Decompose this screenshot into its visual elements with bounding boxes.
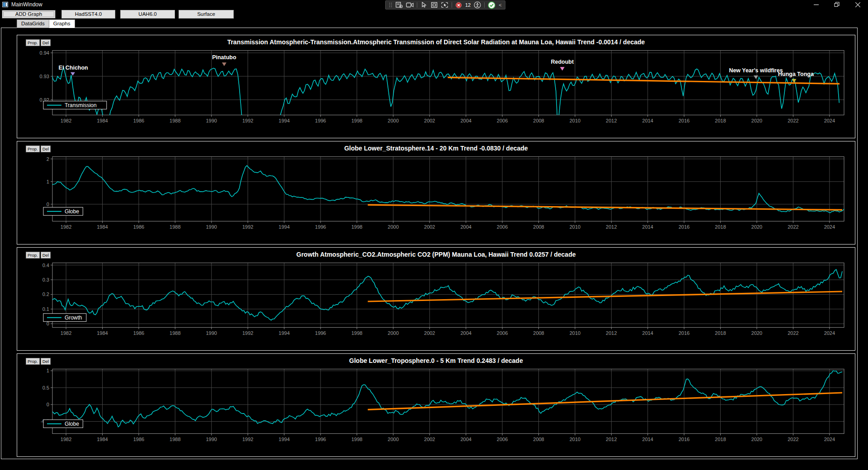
x-tick-label: 2002 xyxy=(424,330,435,336)
close-button[interactable] xyxy=(847,0,868,9)
x-tick-label: 2024 xyxy=(824,224,835,230)
x-tick-label: 1998 xyxy=(351,437,362,442)
x-tick-label: 1984 xyxy=(97,224,108,230)
delete-button[interactable]: Del xyxy=(41,146,51,152)
x-tick-label: 1994 xyxy=(278,437,289,442)
app-icon xyxy=(2,2,8,7)
x-tick-label: 2016 xyxy=(679,118,689,123)
record-settings-icon[interactable] xyxy=(396,2,403,8)
tab-datagrids[interactable]: DataGrids xyxy=(17,19,49,28)
x-tick-label: 2014 xyxy=(642,437,653,442)
series-line xyxy=(52,269,842,320)
x-tick-label: 2000 xyxy=(388,330,399,336)
x-tick-label: 2008 xyxy=(533,437,544,442)
window-title: MainWindow xyxy=(11,1,42,8)
x-tick-label: 1996 xyxy=(315,437,326,442)
delete-button[interactable]: Del xyxy=(41,39,51,46)
plot-border xyxy=(52,157,844,221)
x-tick-label: 2006 xyxy=(497,330,508,336)
chart-plot-co2-growth: 1982198419861988199019921994199619982000… xyxy=(17,248,855,350)
properties-button[interactable]: Prop. xyxy=(26,358,40,365)
annotation-label: Pinatubo xyxy=(212,54,236,61)
x-tick-label: 2008 xyxy=(533,330,544,336)
x-tick-label: 2000 xyxy=(388,437,399,442)
annotation-label: El Chichon xyxy=(59,65,88,71)
x-tick-label: 2022 xyxy=(788,118,798,123)
y-tick-label: 0.2 xyxy=(42,291,49,297)
x-tick-label: 1996 xyxy=(315,224,326,230)
grip-handle-icon[interactable] xyxy=(389,2,392,8)
y-tick-label: 2 xyxy=(47,156,49,162)
x-tick-label: 2004 xyxy=(460,224,471,230)
uah-button[interactable]: UAH6.0 xyxy=(120,10,175,19)
x-tick-label: 2006 xyxy=(497,437,508,442)
legend-label: Growth xyxy=(65,315,82,321)
x-tick-label: 2004 xyxy=(460,118,471,123)
x-tick-label: 1992 xyxy=(242,118,253,123)
chart-plot-transmission: 1982198419861988199019921994199619982000… xyxy=(17,35,855,138)
status-check-icon[interactable] xyxy=(488,1,495,9)
x-tick-label: 2016 xyxy=(679,437,689,442)
error-count-badge: 12 xyxy=(465,1,471,9)
plot-border xyxy=(52,263,844,328)
x-tick-label: 2018 xyxy=(715,224,726,230)
y-tick-label: 0.5 xyxy=(42,385,49,390)
x-tick-label: 2006 xyxy=(497,224,508,230)
x-tick-label: 1984 xyxy=(97,330,108,336)
x-tick-label: 2018 xyxy=(715,330,726,336)
delete-button[interactable]: Del xyxy=(41,358,51,365)
minimize-button[interactable] xyxy=(806,0,826,9)
y-tick-label: 1 xyxy=(47,368,49,373)
x-tick-label: 1988 xyxy=(170,224,180,230)
x-tick-label: 2010 xyxy=(570,224,580,230)
x-tick-label: 2004 xyxy=(460,330,471,336)
title-bar: MainWindow 12 xyxy=(0,0,868,9)
x-tick-label: 2018 xyxy=(715,118,726,123)
region-icon[interactable] xyxy=(431,2,438,8)
tab-graphs[interactable]: Graphs xyxy=(49,19,75,28)
annotation-marker xyxy=(222,62,226,66)
window-controls xyxy=(806,0,868,9)
chart-panel-troposphere: Prop. Del Globe Lower_Troposphere.0 - 5 … xyxy=(17,353,855,457)
y-tick-label: 0.3 xyxy=(42,277,49,282)
trend-line xyxy=(448,77,840,84)
y-tick-label: 0.94 xyxy=(40,50,49,56)
x-tick-label: 2022 xyxy=(788,437,798,442)
properties-button[interactable]: Prop. xyxy=(26,252,40,258)
surface-button[interactable]: Surface xyxy=(179,10,234,19)
cursor-icon[interactable] xyxy=(420,2,428,8)
x-tick-label: 1990 xyxy=(206,224,217,230)
annotation-marker xyxy=(754,75,758,79)
x-tick-label: 1998 xyxy=(351,118,362,123)
x-tick-label: 1986 xyxy=(133,224,144,230)
x-tick-label: 1988 xyxy=(170,118,180,123)
x-tick-label: 1990 xyxy=(206,437,217,442)
legend-label: Globe xyxy=(65,208,79,215)
add-graph-button[interactable]: ADD Graph xyxy=(2,10,56,19)
x-tick-label: 2008 xyxy=(533,224,544,230)
properties-button[interactable]: Prop. xyxy=(26,146,40,152)
panel-toolbar: Prop. Del xyxy=(26,252,51,258)
camera-icon[interactable] xyxy=(406,2,414,8)
x-tick-label: 1982 xyxy=(61,437,71,442)
tab-strip: DataGrids Graphs xyxy=(17,19,75,28)
x-tick-label: 2012 xyxy=(606,330,617,336)
toolbar-separator xyxy=(417,2,417,8)
recorder-toolbar: 12 < xyxy=(385,0,505,9)
x-tick-label: 2016 xyxy=(679,224,689,230)
hadsst-button[interactable]: HadSST4.0 xyxy=(61,10,115,19)
annotation-marker xyxy=(792,79,796,83)
collapse-chevron-icon[interactable]: < xyxy=(499,2,501,8)
x-tick-label: 2014 xyxy=(642,330,653,336)
cursor-region-icon[interactable] xyxy=(441,2,448,8)
delete-button[interactable]: Del xyxy=(41,252,51,258)
plot-border xyxy=(52,369,844,434)
x-tick-label: 1984 xyxy=(97,437,108,442)
properties-button[interactable]: Prop. xyxy=(26,39,40,46)
x-tick-label: 1996 xyxy=(315,118,326,123)
accessibility-icon[interactable] xyxy=(474,1,481,9)
error-count-icon[interactable] xyxy=(455,2,462,9)
restore-button[interactable] xyxy=(826,0,847,9)
x-tick-label: 1994 xyxy=(278,118,289,123)
annotation-label: New Year's wildfires xyxy=(729,67,783,74)
